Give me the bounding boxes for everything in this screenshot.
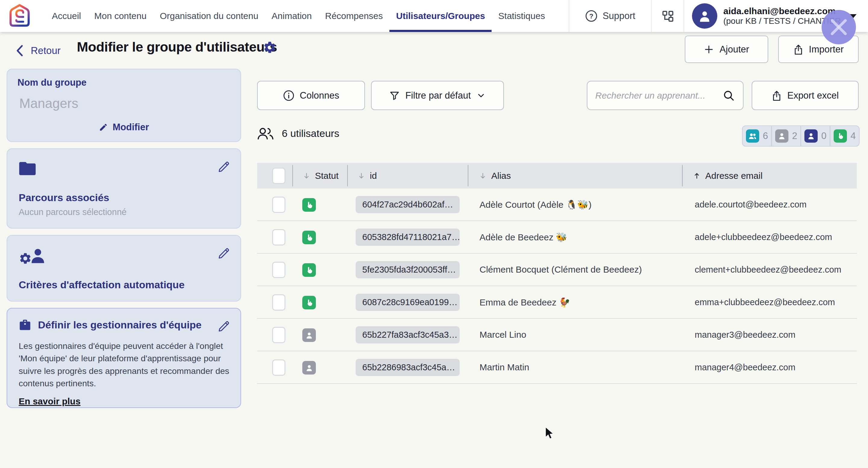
badge-active-users[interactable]: 4 [830, 126, 859, 146]
row-checkbox[interactable] [272, 197, 285, 213]
back-button[interactable]: Retour [16, 45, 61, 57]
user-id-chip[interactable]: 5fe2305fda3f200053ff… [355, 261, 460, 278]
nav-item-mon-contenu[interactable]: Mon contenu [88, 0, 153, 32]
user-alias: Adèle de Beedeez 🐝 [479, 232, 567, 242]
row-checkbox[interactable] [272, 229, 285, 245]
user-id-chip[interactable]: 604f27ac29d4b602af… [355, 196, 460, 213]
user-id-chip[interactable]: 65b227fa83acf3c45a3… [355, 326, 460, 344]
svg-text:?: ? [589, 12, 593, 20]
nav-item-recompenses[interactable]: Récompenses [318, 0, 390, 32]
beedeez-logo[interactable] [0, 0, 30, 32]
user-id-chip[interactable]: 6053828fd47118021a7… [355, 229, 460, 246]
badge-count: 2 [792, 130, 797, 141]
user-alias: Adèle Courtot (Adèle 🐧🐝) [479, 199, 592, 210]
search-icon[interactable] [722, 89, 735, 102]
nav-item-statistiques[interactable]: Statistiques [492, 0, 552, 32]
team-managers-description: Les gestionnaires d'équipe peuvent accéd… [19, 340, 230, 389]
filter-dropdown[interactable]: Filtre par défaut [371, 81, 504, 110]
learn-more-link[interactable]: En savoir plus [19, 396, 81, 407]
sort-desc-icon [357, 172, 366, 180]
column-header-alias[interactable]: Alias [478, 171, 511, 181]
upload-icon [793, 44, 804, 55]
status-icon [302, 296, 316, 310]
nav-item-organisation[interactable]: Organisation du contenu [153, 0, 265, 32]
group-name-edit-button[interactable]: Modifier [7, 122, 241, 133]
user-id-chip[interactable]: 6087c28c9169ea0199… [355, 294, 460, 311]
column-divider [292, 165, 293, 186]
add-button-label: Ajouter [719, 44, 749, 55]
sort-asc-icon [692, 172, 701, 180]
nav-item-accueil[interactable]: Accueil [45, 0, 88, 32]
criteria-edit-pencil-icon[interactable] [218, 247, 230, 260]
chevron-left-icon [16, 45, 24, 57]
users-icon [257, 127, 274, 140]
import-button-label: Importer [809, 44, 844, 55]
column-divider [682, 165, 683, 186]
close-overlay-button[interactable] [822, 10, 856, 44]
column-divider [347, 165, 348, 186]
criteria-card[interactable]: Critères d'affectation automatique [7, 235, 241, 301]
user-alias: Martin Matin [479, 362, 529, 372]
user-id-chip[interactable]: 65b2286983acf3c45a… [355, 359, 460, 376]
select-all-checkbox[interactable] [272, 168, 285, 184]
table-row[interactable]: 5fe2305fda3f200053ff… Clément Bocquet (C… [257, 254, 857, 286]
users-badge-icon [746, 129, 759, 143]
row-checkbox[interactable] [272, 359, 285, 376]
team-managers-edit-pencil-icon[interactable] [218, 320, 230, 332]
support-label: Support [602, 10, 635, 21]
status-filter-badges[interactable]: 6 2 0 4 [742, 125, 860, 147]
table-row[interactable]: 604f27ac29d4b602af… Adèle Courtot (Adèle… [257, 188, 857, 221]
filter-funnel-icon [389, 90, 400, 101]
close-icon [828, 17, 849, 38]
user-alias: Marcel Lino [479, 330, 526, 340]
parcours-edit-pencil-icon[interactable] [218, 160, 230, 173]
pencil-icon [99, 123, 108, 132]
badge-count: 0 [821, 130, 827, 141]
briefcase-icon [19, 319, 31, 331]
nav-item-animation[interactable]: Animation [265, 0, 318, 32]
users-count-label: 6 utilisateurs [282, 127, 339, 139]
group-name-title: Nom du groupe [18, 77, 230, 88]
user-alias: Emma de Beedeez 🐓 [479, 297, 570, 308]
table-row[interactable]: 6053828fd47118021a7… Adèle de Beedeez 🐝 … [257, 221, 857, 254]
badge-registered-users[interactable]: 0 [801, 126, 830, 146]
status-icon [302, 361, 316, 375]
status-icon [302, 328, 316, 342]
mouse-cursor [544, 427, 556, 440]
question-circle-icon: ? [585, 10, 598, 22]
users-count: 6 utilisateurs [257, 127, 339, 140]
users-table: Statut id Alias Adresse email 604f2 [257, 163, 857, 384]
sort-desc-icon [478, 172, 487, 180]
support-button[interactable]: ? Support [569, 0, 651, 32]
nav-item-utilisateurs-groupes[interactable]: Utilisateurs/Groupes [390, 0, 492, 32]
column-header-email[interactable]: Adresse email [692, 171, 763, 181]
team-managers-title: Définir les gestionnaires d'équipe [38, 319, 202, 331]
user-email: manager3@beedeez.com [695, 330, 795, 340]
group-settings-gear-icon[interactable] [263, 40, 277, 54]
row-checkbox[interactable] [272, 262, 285, 278]
row-checkbox[interactable] [272, 294, 285, 311]
table-row[interactable]: 6087c28c9169ea0199… Emma de Beedeez 🐓 em… [257, 286, 857, 319]
row-checkbox[interactable] [272, 327, 285, 343]
back-label: Retour [31, 45, 61, 56]
table-row[interactable]: 65b2286983acf3c45a… Martin Matin manager… [257, 351, 857, 384]
search-input[interactable] [595, 90, 722, 101]
criteria-card-title: Critères d'affectation automatique [19, 279, 229, 291]
badge-all-users[interactable]: 6 [743, 126, 771, 146]
column-header-statut[interactable]: Statut [302, 171, 338, 181]
column-header-id[interactable]: id [357, 171, 377, 181]
group-name-edit-label: Modifier [113, 122, 149, 133]
column-label: Statut [315, 171, 338, 181]
table-row[interactable]: 65b227fa83acf3c45a3… Marcel Lino manager… [257, 319, 857, 351]
group-name-card: Nom du groupe Managers Modifier [7, 69, 241, 142]
export-excel-button[interactable]: Export excel [752, 81, 859, 110]
parcours-card-title: Parcours associés [19, 192, 229, 204]
status-icon [302, 198, 316, 212]
org-switcher-button[interactable] [652, 0, 684, 32]
columns-button[interactable]: Colonnes [257, 81, 365, 110]
page-title: Modifier le groupe d'utilisateurs [77, 39, 277, 55]
parcours-card[interactable]: Parcours associés Aucun parcours sélecti… [7, 148, 241, 229]
add-user-button[interactable]: Ajouter [685, 36, 768, 63]
parcours-empty-label: Aucun parcours sélectionné [19, 207, 229, 217]
badge-pending-users[interactable]: 2 [771, 126, 801, 146]
